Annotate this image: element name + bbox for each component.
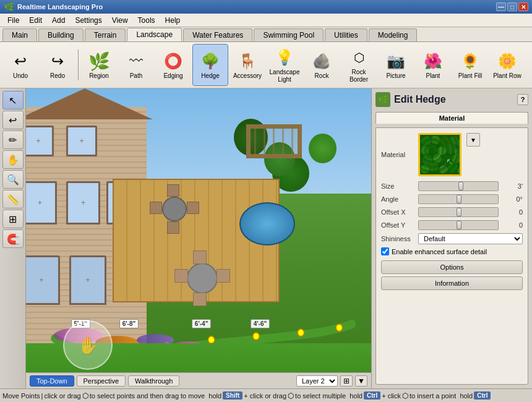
menu-view[interactable]: View [107, 15, 133, 26]
shininess-row: Shininess Default Low Medium High [381, 233, 523, 244]
canvas-area[interactable]: 5'-1" 6'-8" 6'-4" 4'-6" ✋ Top-Down Persp… [26, 88, 371, 388]
svg-text:↖: ↖ [446, 156, 453, 166]
shininess-select[interactable]: Default Low Medium High [418, 233, 523, 244]
menu-tools[interactable]: Tools [133, 15, 160, 26]
minimize-button[interactable]: — [496, 2, 506, 11]
enhanced-surface-row: Enable enhanced surface detail [381, 247, 523, 255]
plant-row-icon: 🌼 [496, 50, 518, 72]
svg-point-16 [437, 147, 446, 155]
tool-picture[interactable]: 📷 Picture [378, 44, 414, 86]
size-slider[interactable] [418, 181, 499, 191]
tab-main[interactable]: Main [2, 28, 37, 41]
panel-tab-material[interactable]: Material [375, 112, 528, 124]
tab-terrain[interactable]: Terrain [85, 28, 126, 41]
view-walkthrough-button[interactable]: Walkthrough [128, 375, 179, 387]
tool-edging[interactable]: ⭕ Edging [155, 44, 191, 86]
tool-plant[interactable]: 🌺 Plant [415, 44, 451, 86]
edging-label: Edging [163, 72, 182, 80]
tab-building[interactable]: Building [38, 28, 84, 41]
select-tool-button[interactable]: ↖ [2, 91, 24, 109]
app-icon: 🌿 [4, 2, 14, 12]
tool-landscape-light[interactable]: 💡 Landscape Light [267, 44, 302, 86]
edging-icon: ⭕ [162, 50, 184, 72]
shift-key-badge: Shift [223, 391, 242, 400]
svg-point-22 [452, 155, 460, 163]
offset-x-value: 0 [501, 208, 523, 216]
status-text-1: Move Points [2, 392, 40, 400]
svg-point-19 [423, 155, 432, 165]
material-dropdown-button[interactable]: ▼ [466, 133, 480, 147]
magnet-tool-button[interactable]: 🧲 [2, 229, 24, 248]
background-tree-3 [309, 134, 337, 163]
tool-redo[interactable]: ↪ Redo [40, 44, 75, 86]
measure-2: 6'-8" [119, 319, 139, 328]
offset-y-slider[interactable] [418, 220, 499, 230]
options-button[interactable]: Options [381, 260, 523, 274]
path-label: Path [130, 72, 143, 80]
status-plus-1: + click or drag [244, 392, 286, 400]
furniture-group-1 [150, 184, 199, 234]
angle-slider[interactable] [418, 194, 499, 204]
draw-tool-button[interactable]: ✏ [2, 130, 24, 149]
plant-fill-icon: 🌻 [459, 50, 481, 72]
undo-icon: ↩ [9, 50, 32, 72]
panel-title-icon: 🌿 [375, 92, 390, 107]
information-button[interactable]: Information [381, 276, 523, 290]
tool-plant-row[interactable]: 🌼 Plant Row [489, 44, 525, 86]
offset-y-value: 0 [501, 221, 523, 229]
menu-bar: File Edit Add Settings View Tools Help [0, 14, 532, 27]
measure-tool-button[interactable]: 📏 [2, 190, 24, 208]
svg-point-24 [429, 162, 439, 172]
shininess-label: Shininess [381, 235, 418, 242]
tab-water-features[interactable]: Water Features [183, 28, 252, 41]
tab-landscape[interactable]: Landscape [127, 28, 182, 41]
ctrl-key-badge-1: Ctrl [364, 391, 380, 400]
svg-point-13 [457, 140, 461, 147]
close-button[interactable]: ✕ [518, 2, 528, 11]
material-label: Material [381, 151, 418, 158]
region-label: Region [89, 72, 109, 80]
tool-undo[interactable]: ↩ Undo [2, 44, 38, 86]
status-bar: Move Points | click or drag ⬡ to select … [0, 388, 532, 402]
undo-tool-button[interactable]: ↩ [2, 111, 24, 129]
grid-tool-button[interactable]: ⊞ [2, 210, 24, 228]
tool-accessory[interactable]: 🪑 Accessory [230, 44, 265, 86]
layer-icon-1[interactable]: ⊞ [340, 375, 353, 387]
maximize-button[interactable]: □ [507, 2, 517, 11]
menu-file[interactable]: File [2, 15, 24, 26]
view-topdown-button[interactable]: Top-Down [30, 375, 74, 387]
tool-path[interactable]: 〰 Path [118, 44, 154, 86]
layer-select[interactable]: Layer 2 Layer 1 Layer 3 [296, 375, 338, 387]
panel-help-button[interactable]: ? [517, 94, 528, 105]
hand-tool-button[interactable]: ✋ [2, 150, 24, 169]
tab-modeling[interactable]: Modeling [369, 28, 418, 41]
tab-bar: Main Building Terrain Landscape Water Fe… [0, 27, 532, 42]
offset-x-slider[interactable] [418, 207, 499, 217]
right-panel: 🌿 Edit Hedge ? Material Material [371, 88, 532, 388]
plant-label: Plant [426, 72, 440, 80]
layer-icon-2[interactable]: ▼ [355, 375, 367, 387]
svg-point-21 [442, 156, 452, 166]
tab-utilities[interactable]: Utilities [325, 28, 367, 41]
zoom-tool-button[interactable]: 🔍 [2, 170, 24, 189]
menu-edit[interactable]: Edit [24, 15, 47, 26]
panel-tab-bar: Material [375, 112, 528, 124]
tool-plant-fill[interactable]: 🌻 Plant Fill [452, 44, 488, 86]
rock-label: Rock [315, 72, 329, 80]
menu-settings[interactable]: Settings [70, 15, 106, 26]
menu-add[interactable]: Add [47, 15, 70, 26]
tool-hedge[interactable]: 🌳 Hedge [192, 44, 228, 86]
tool-rock[interactable]: 🪨 Rock [304, 44, 340, 86]
furniture-group-2 [174, 250, 230, 306]
hedge-label: Hedge [201, 72, 219, 80]
svg-point-25 [439, 165, 448, 174]
tab-swimming-pool[interactable]: Swimming Pool [254, 28, 324, 41]
svg-point-17 [446, 144, 456, 154]
status-text-4: to insert a point hold [410, 392, 473, 400]
view-perspective-button[interactable]: Perspective [77, 375, 126, 387]
offset-x-label: Offset X [381, 208, 418, 216]
enhanced-surface-checkbox[interactable] [381, 247, 389, 255]
menu-help[interactable]: Help [160, 15, 186, 26]
tool-rock-border[interactable]: ⬡ Rock Border [341, 44, 377, 86]
tool-region[interactable]: 🌿 Region [81, 44, 117, 86]
